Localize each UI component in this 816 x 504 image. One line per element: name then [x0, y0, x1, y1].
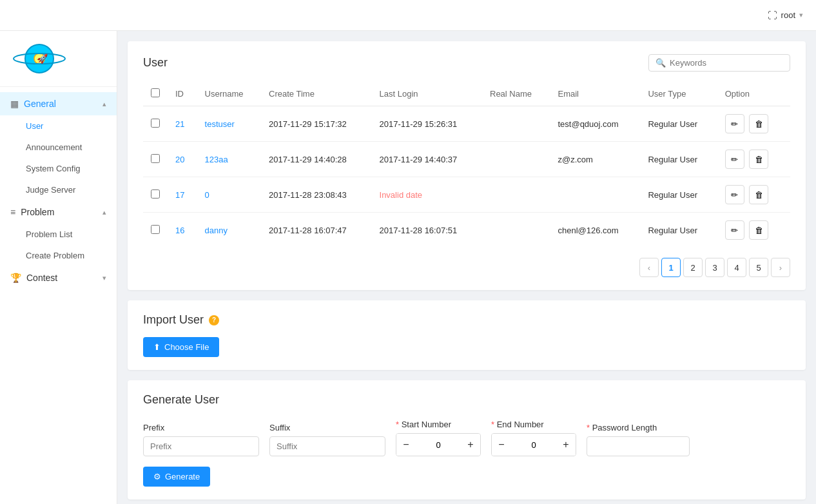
suffix-input[interactable] — [269, 436, 385, 456]
row-checkbox[interactable] — [151, 189, 160, 199]
end-number-decrement[interactable]: − — [492, 434, 511, 456]
sidebar-item-system-config[interactable]: System Config — [0, 158, 117, 179]
row-create-time: 2017-11-29 14:40:28 — [261, 142, 371, 177]
username-link[interactable]: 0 — [205, 190, 209, 200]
row-option: ✏ 🗑 — [717, 177, 790, 213]
edit-button[interactable]: ✏ — [725, 220, 744, 240]
sidebar-item-create-problem[interactable]: Create Problem — [0, 245, 117, 266]
user-id-link[interactable]: 17 — [175, 190, 184, 200]
row-email: chenl@126.com — [550, 213, 640, 248]
end-number-value[interactable]: 0 — [511, 436, 556, 454]
row-create-time: 2017-11-28 23:08:43 — [261, 177, 371, 213]
pagination-page-1[interactable]: 1 — [661, 258, 681, 277]
generate-button[interactable]: ⚙ Generate — [143, 467, 210, 487]
choose-file-button[interactable]: ⬆ Choose File — [143, 337, 219, 357]
edit-button[interactable]: ✏ — [725, 150, 744, 169]
row-real-name — [482, 142, 550, 177]
sidebar-item-user[interactable]: User — [0, 115, 117, 137]
delete-button[interactable]: 🗑 — [749, 220, 768, 240]
row-checkbox[interactable] — [151, 225, 160, 234]
table-row: 20 123aa 2017-11-29 14:40:28 2017-11-29 … — [143, 142, 790, 177]
start-number-increment[interactable]: + — [461, 434, 480, 456]
password-length-group: * Password Length 8 — [587, 423, 690, 456]
delete-button[interactable]: 🗑 — [749, 185, 768, 204]
sidebar-item-general[interactable]: ▦General ▴ — [0, 92, 117, 115]
user-table: ID Username Create Time Last Login Real … — [143, 82, 790, 247]
search-icon: 🔍 — [656, 58, 666, 68]
search-box[interactable]: 🔍 — [648, 54, 790, 72]
row-id: 21 — [168, 106, 197, 142]
suffix-group: Suffix — [269, 423, 385, 456]
username-link[interactable]: 123aa — [205, 155, 228, 164]
col-real-name: Real Name — [482, 82, 550, 106]
select-all-checkbox[interactable] — [151, 88, 160, 97]
start-number-group: * Start Number − 0 + — [396, 420, 481, 456]
row-option: ✏ 🗑 — [717, 142, 790, 177]
row-last-login: 2017-11-29 15:26:31 — [372, 106, 482, 142]
row-id: 17 — [168, 177, 197, 213]
menu-group-general: ▦General ▴ User Announcement System Conf… — [0, 92, 117, 200]
password-length-label: * Password Length — [587, 423, 690, 432]
start-number-decrement[interactable]: − — [396, 434, 416, 456]
username-link[interactable]: danny — [205, 226, 228, 235]
start-number-label: * Start Number — [396, 420, 481, 429]
pagination-page-4[interactable]: 4 — [727, 258, 746, 277]
pagination-page-2[interactable]: 2 — [683, 258, 703, 277]
row-email: z@z.com — [550, 142, 640, 177]
sidebar-item-contest[interactable]: 🏆Contest ▾ — [0, 266, 117, 289]
row-real-name — [482, 177, 550, 213]
sidebar-item-announcement[interactable]: Announcement — [0, 137, 117, 158]
help-icon[interactable]: ? — [209, 315, 219, 325]
end-number-increment[interactable]: + — [556, 434, 576, 456]
user-id-link[interactable]: 21 — [175, 119, 184, 129]
end-number-label: * End Number — [491, 420, 576, 429]
start-number-value[interactable]: 0 — [416, 436, 461, 454]
delete-button[interactable]: 🗑 — [749, 150, 768, 169]
sidebar-item-judge-server[interactable]: Judge Server — [0, 179, 117, 200]
topbar-user-menu[interactable]: ⛶ root ▾ — [768, 10, 803, 21]
import-user-header: Import User ? — [143, 313, 790, 327]
edit-button[interactable]: ✏ — [725, 185, 744, 204]
menu-group-contest: 🏆Contest ▾ — [0, 266, 117, 289]
row-last-login: 2017-11-28 16:07:51 — [372, 213, 482, 248]
generate-user-panel: Generate User Prefix Suffix * Start Numb… — [128, 380, 806, 499]
chevron-up-icon-problem: ▴ — [102, 208, 106, 217]
delete-button[interactable]: 🗑 — [749, 114, 768, 133]
generate-icon: ⚙ — [153, 472, 161, 481]
edit-button[interactable]: ✏ — [725, 114, 744, 133]
row-checkbox[interactable] — [151, 154, 160, 163]
table-row: 17 0 2017-11-28 23:08:43 Invalid date Re… — [143, 177, 790, 213]
row-real-name — [482, 213, 550, 248]
chevron-up-icon: ▴ — [102, 100, 106, 108]
user-id-link[interactable]: 16 — [175, 226, 184, 235]
pagination-next[interactable]: › — [771, 258, 790, 277]
pagination-page-3[interactable]: 3 — [705, 258, 724, 277]
pagination-page-5[interactable]: 5 — [749, 258, 768, 277]
table-row: 21 testuser 2017-11-29 15:17:32 2017-11-… — [143, 106, 790, 142]
username-link[interactable]: testuser — [205, 119, 235, 129]
sidebar-item-problem[interactable]: ≡Problem ▴ — [0, 200, 117, 224]
row-last-login: 2017-11-29 14:40:37 — [372, 142, 482, 177]
row-username: 0 — [197, 177, 261, 213]
row-user-type: Regular User — [640, 177, 717, 213]
user-panel-title: User — [143, 56, 168, 70]
password-length-input[interactable]: 8 — [587, 436, 690, 456]
col-option: Option — [717, 82, 790, 106]
row-create-time: 2017-11-29 15:17:32 — [261, 106, 371, 142]
start-number-input: − 0 + — [396, 433, 481, 456]
search-input[interactable] — [670, 58, 783, 68]
generate-user-form: Prefix Suffix * Start Number − 0 + * — [143, 420, 790, 456]
pagination: ‹ 1 2 3 4 5 › — [143, 258, 790, 277]
sidebar-item-problem-list[interactable]: Problem List — [0, 224, 117, 245]
row-email — [550, 177, 640, 213]
row-email: test@qduoj.com — [550, 106, 640, 142]
list-icon: ≡ — [10, 207, 15, 217]
row-id: 20 — [168, 142, 197, 177]
import-user-title: Import User — [143, 313, 204, 327]
row-create-time: 2017-11-28 16:07:47 — [261, 213, 371, 248]
prefix-input[interactable] — [143, 436, 259, 456]
col-user-type: User Type — [640, 82, 717, 106]
user-id-link[interactable]: 20 — [175, 155, 184, 164]
row-checkbox[interactable] — [151, 119, 160, 128]
pagination-prev[interactable]: ‹ — [639, 258, 659, 277]
